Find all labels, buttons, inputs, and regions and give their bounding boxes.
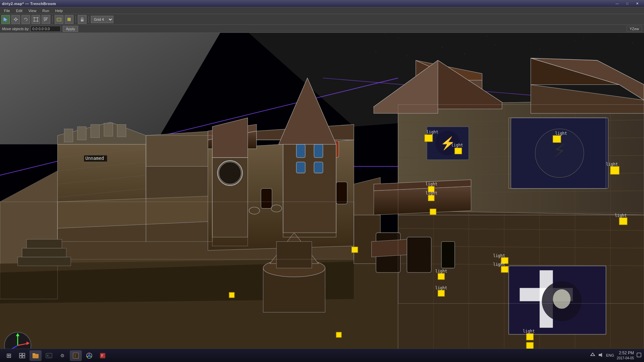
svg-rect-219: [599, 354, 600, 356]
svg-rect-11: [37, 21, 38, 22]
svg-text:light: light: [523, 329, 535, 334]
svg-rect-154: [430, 209, 436, 215]
svg-rect-10: [34, 21, 35, 22]
lock-button[interactable]: [78, 15, 87, 24]
taskbar-right: ENG 2:52 PM 2017-04-05: [590, 350, 641, 361]
svg-text:light: light: [615, 213, 627, 218]
brush-create-button[interactable]: [55, 15, 63, 24]
svg-text:light: light: [493, 262, 505, 267]
taskbar-settings[interactable]: [56, 350, 68, 361]
menu-file[interactable]: File: [1, 8, 13, 13]
network-icon[interactable]: [590, 352, 595, 359]
svg-rect-148: [455, 148, 462, 154]
svg-rect-200: [22, 353, 25, 355]
minimize-button[interactable]: —: [612, 1, 622, 7]
system-clock[interactable]: 2:52 PM 2017-04-05: [617, 350, 634, 361]
svg-text:light: light: [435, 269, 447, 274]
svg-text:light: light: [435, 286, 447, 290]
view-type-label: YZew: [627, 26, 642, 32]
toolbar-separator-2: [75, 16, 76, 23]
svg-rect-202: [22, 356, 25, 358]
svg-rect-7: [34, 18, 38, 21]
svg-rect-162: [619, 218, 627, 225]
svg-rect-157: [336, 332, 341, 338]
notifications-icon[interactable]: [637, 353, 641, 358]
svg-rect-170: [438, 290, 444, 296]
window-controls: — □ ✕: [612, 1, 642, 7]
svg-line-215: [87, 356, 88, 357]
svg-text:F: F: [101, 354, 103, 358]
toolbar-separator-1: [52, 16, 53, 23]
svg-rect-204: [33, 353, 35, 355]
task-view-button[interactable]: [16, 350, 28, 361]
menu-view[interactable]: View: [26, 8, 39, 13]
scale-tool-button[interactable]: [32, 15, 40, 24]
svg-rect-173: [526, 342, 533, 349]
svg-rect-87: [314, 144, 323, 158]
3d-viewport[interactable]: ⚡ ⚡ light light light light: [0, 33, 644, 349]
svg-text:T: T: [74, 354, 76, 358]
clip-tool-button[interactable]: [42, 15, 50, 24]
language-indicator[interactable]: ENG: [606, 353, 614, 357]
svg-text:light: light: [426, 182, 438, 186]
rotate-tool-button[interactable]: [21, 15, 30, 24]
svg-rect-63: [117, 124, 126, 137]
menu-run[interactable]: Run: [40, 8, 52, 13]
menu-help[interactable]: Help: [53, 8, 66, 13]
volume-icon[interactable]: [598, 352, 603, 359]
svg-marker-145: [372, 239, 407, 257]
taskbar-terminal[interactable]: >_: [43, 350, 55, 361]
svg-rect-100: [276, 242, 312, 268]
menu-edit[interactable]: Edit: [13, 8, 25, 13]
window-title: dirty2.map* — TrenchBroom: [2, 2, 56, 6]
svg-rect-158: [553, 135, 561, 142]
clock-date: 2017-04-05: [617, 356, 634, 361]
svg-rect-156: [229, 292, 234, 298]
svg-line-214: [91, 356, 92, 357]
svg-text:light: light: [451, 143, 463, 147]
toolbar: Grid 1 Grid 2 Grid 4 Grid 8 Grid 16 Grid…: [0, 14, 644, 25]
svg-marker-57: [146, 131, 212, 166]
svg-rect-59: [64, 129, 73, 142]
taskbar: ⊞ >_ T F ENG 2:52 PM 2017-04-05: [0, 349, 644, 362]
close-button[interactable]: ✕: [633, 1, 642, 7]
svg-rect-141: [407, 237, 431, 272]
start-button[interactable]: ⊞: [3, 350, 15, 361]
maximize-button[interactable]: □: [623, 1, 632, 7]
scene-canvas: ⚡ ⚡ light light light light: [0, 33, 644, 349]
title-bar: dirty2.map* — TrenchBroom — □ ✕: [0, 0, 644, 7]
svg-rect-189: [18, 257, 71, 266]
svg-point-212: [88, 354, 91, 357]
translate-tool-button[interactable]: [11, 15, 20, 24]
svg-rect-199: [19, 353, 22, 355]
svg-rect-8: [34, 17, 35, 18]
apply-button[interactable]: Apply: [63, 26, 78, 32]
svg-rect-16: [68, 18, 70, 21]
svg-rect-152: [428, 195, 434, 201]
svg-rect-160: [610, 166, 619, 174]
svg-rect-9: [37, 17, 38, 18]
svg-rect-62: [104, 123, 113, 136]
select-tool-button[interactable]: [1, 15, 10, 24]
svg-rect-71: [261, 188, 272, 208]
taskbar-chrome[interactable]: [83, 350, 95, 361]
svg-marker-0: [4, 17, 7, 21]
clock-time: 2:52 PM: [617, 350, 634, 356]
grid-dropdown[interactable]: Grid 1 Grid 2 Grid 4 Grid 8 Grid 16 Grid…: [91, 16, 113, 23]
taskbar-file-manager[interactable]: [30, 350, 42, 361]
svg-point-139: [553, 289, 571, 309]
taskbar-trenchbroom[interactable]: T: [70, 350, 82, 361]
svg-rect-142: [441, 242, 455, 268]
svg-point-208: [62, 355, 63, 356]
taskbar-app-8[interactable]: F: [97, 350, 109, 361]
svg-text:light: light: [493, 253, 505, 258]
svg-rect-190: [22, 248, 66, 257]
svg-point-93: [219, 162, 241, 184]
move-objects-input[interactable]: [31, 26, 61, 32]
svg-marker-220: [600, 353, 602, 357]
svg-rect-88: [297, 162, 305, 173]
svg-text:light: light: [426, 130, 438, 134]
svg-rect-89: [314, 162, 323, 173]
entity-create-button[interactable]: [65, 15, 73, 24]
svg-rect-17: [81, 19, 84, 21]
